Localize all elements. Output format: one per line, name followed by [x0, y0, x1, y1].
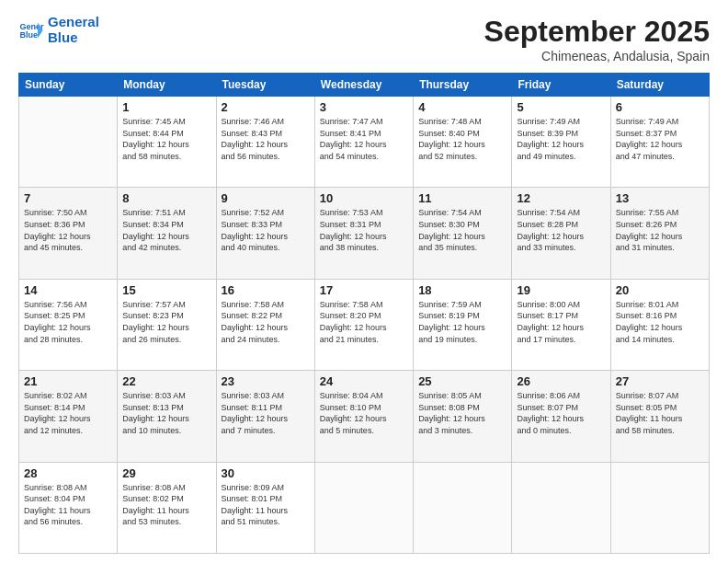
title-block: September 2025 Chimeneas, Andalusia, Spa…	[484, 15, 710, 63]
calendar-cell: 7Sunrise: 7:50 AM Sunset: 8:36 PM Daylig…	[19, 188, 118, 279]
weekday-header-wednesday: Wednesday	[314, 74, 413, 97]
day-info: Sunrise: 8:00 AM Sunset: 8:17 PM Dayligh…	[517, 299, 605, 345]
day-info: Sunrise: 7:48 AM Sunset: 8:40 PM Dayligh…	[418, 116, 506, 162]
header: General Blue GeneralBlue September 2025 …	[18, 15, 710, 63]
calendar-cell: 8Sunrise: 7:51 AM Sunset: 8:34 PM Daylig…	[118, 188, 216, 279]
day-number: 26	[517, 374, 605, 388]
month-title: September 2025	[484, 15, 710, 49]
calendar-cell: 6Sunrise: 7:49 AM Sunset: 8:37 PM Daylig…	[610, 97, 709, 188]
day-number: 18	[418, 283, 506, 297]
day-info: Sunrise: 8:08 AM Sunset: 8:02 PM Dayligh…	[122, 482, 210, 528]
day-info: Sunrise: 7:56 AM Sunset: 8:25 PM Dayligh…	[24, 299, 112, 345]
calendar-table: SundayMondayTuesdayWednesdayThursdayFrid…	[18, 73, 710, 554]
day-number: 13	[616, 191, 704, 205]
calendar-cell: 20Sunrise: 8:01 AM Sunset: 8:16 PM Dayli…	[610, 279, 709, 370]
calendar-cell: 5Sunrise: 7:49 AM Sunset: 8:39 PM Daylig…	[512, 97, 610, 188]
day-number: 12	[517, 191, 605, 205]
calendar-cell: 27Sunrise: 8:07 AM Sunset: 8:05 PM Dayli…	[610, 371, 709, 462]
day-info: Sunrise: 7:53 AM Sunset: 8:31 PM Dayligh…	[320, 207, 408, 253]
calendar-cell: 16Sunrise: 7:58 AM Sunset: 8:22 PM Dayli…	[216, 279, 314, 370]
calendar-cell: 30Sunrise: 8:09 AM Sunset: 8:01 PM Dayli…	[216, 462, 314, 553]
calendar-cell: 22Sunrise: 8:03 AM Sunset: 8:13 PM Dayli…	[118, 371, 216, 462]
day-number: 3	[320, 100, 408, 114]
day-info: Sunrise: 8:06 AM Sunset: 8:07 PM Dayligh…	[517, 390, 605, 436]
calendar-cell: 29Sunrise: 8:08 AM Sunset: 8:02 PM Dayli…	[118, 462, 216, 553]
day-info: Sunrise: 7:58 AM Sunset: 8:22 PM Dayligh…	[222, 299, 310, 345]
day-number: 16	[222, 283, 310, 297]
day-info: Sunrise: 7:57 AM Sunset: 8:23 PM Dayligh…	[122, 299, 210, 345]
day-info: Sunrise: 7:46 AM Sunset: 8:43 PM Dayligh…	[222, 116, 310, 162]
day-number: 2	[222, 100, 310, 114]
calendar-cell: 25Sunrise: 8:05 AM Sunset: 8:08 PM Dayli…	[414, 371, 512, 462]
day-number: 17	[320, 283, 408, 297]
day-number: 4	[418, 100, 506, 114]
day-number: 1	[122, 100, 210, 114]
calendar-cell: 11Sunrise: 7:54 AM Sunset: 8:30 PM Dayli…	[414, 188, 512, 279]
weekday-header-sunday: Sunday	[19, 74, 118, 97]
calendar-cell: 23Sunrise: 8:03 AM Sunset: 8:11 PM Dayli…	[216, 371, 314, 462]
page: General Blue GeneralBlue September 2025 …	[0, 0, 728, 563]
weekday-header-thursday: Thursday	[414, 74, 512, 97]
day-info: Sunrise: 7:49 AM Sunset: 8:37 PM Dayligh…	[616, 116, 704, 162]
day-number: 20	[616, 283, 704, 297]
calendar-cell: 26Sunrise: 8:06 AM Sunset: 8:07 PM Dayli…	[512, 371, 610, 462]
day-number: 11	[418, 191, 506, 205]
day-info: Sunrise: 7:47 AM Sunset: 8:41 PM Dayligh…	[320, 116, 408, 162]
calendar-cell: 17Sunrise: 7:58 AM Sunset: 8:20 PM Dayli…	[314, 279, 413, 370]
calendar-cell	[610, 462, 709, 553]
day-number: 7	[24, 191, 112, 205]
weekday-header-monday: Monday	[118, 74, 216, 97]
day-info: Sunrise: 7:54 AM Sunset: 8:30 PM Dayligh…	[418, 207, 506, 253]
day-info: Sunrise: 7:50 AM Sunset: 8:36 PM Dayligh…	[24, 207, 112, 253]
day-number: 29	[122, 466, 210, 480]
calendar-cell: 14Sunrise: 7:56 AM Sunset: 8:25 PM Dayli…	[19, 279, 118, 370]
logo-text: GeneralBlue	[48, 15, 99, 45]
calendar-cell: 3Sunrise: 7:47 AM Sunset: 8:41 PM Daylig…	[314, 97, 413, 188]
day-number: 28	[24, 466, 112, 480]
weekday-header-saturday: Saturday	[610, 74, 709, 97]
day-info: Sunrise: 8:09 AM Sunset: 8:01 PM Dayligh…	[222, 482, 310, 528]
weekday-header-tuesday: Tuesday	[216, 74, 314, 97]
day-info: Sunrise: 8:05 AM Sunset: 8:08 PM Dayligh…	[418, 390, 506, 436]
day-info: Sunrise: 8:07 AM Sunset: 8:05 PM Dayligh…	[616, 390, 704, 436]
day-number: 5	[517, 100, 605, 114]
day-info: Sunrise: 8:08 AM Sunset: 8:04 PM Dayligh…	[24, 482, 112, 528]
logo: General Blue GeneralBlue	[18, 15, 99, 45]
day-number: 6	[616, 100, 704, 114]
day-info: Sunrise: 8:03 AM Sunset: 8:11 PM Dayligh…	[222, 390, 310, 436]
calendar-cell	[512, 462, 610, 553]
calendar-cell	[314, 462, 413, 553]
calendar-cell: 10Sunrise: 7:53 AM Sunset: 8:31 PM Dayli…	[314, 188, 413, 279]
calendar-cell: 2Sunrise: 7:46 AM Sunset: 8:43 PM Daylig…	[216, 97, 314, 188]
day-number: 19	[517, 283, 605, 297]
location: Chimeneas, Andalusia, Spain	[484, 49, 710, 63]
day-info: Sunrise: 7:45 AM Sunset: 8:44 PM Dayligh…	[122, 116, 210, 162]
day-number: 9	[222, 191, 310, 205]
calendar-cell: 9Sunrise: 7:52 AM Sunset: 8:33 PM Daylig…	[216, 188, 314, 279]
calendar-cell: 4Sunrise: 7:48 AM Sunset: 8:40 PM Daylig…	[414, 97, 512, 188]
calendar-cell	[414, 462, 512, 553]
weekday-header-friday: Friday	[512, 74, 610, 97]
logo-icon: General Blue	[18, 17, 44, 43]
day-number: 27	[616, 374, 704, 388]
day-number: 25	[418, 374, 506, 388]
day-info: Sunrise: 8:04 AM Sunset: 8:10 PM Dayligh…	[320, 390, 408, 436]
calendar-cell: 28Sunrise: 8:08 AM Sunset: 8:04 PM Dayli…	[19, 462, 118, 553]
day-info: Sunrise: 7:59 AM Sunset: 8:19 PM Dayligh…	[418, 299, 506, 345]
calendar-cell: 15Sunrise: 7:57 AM Sunset: 8:23 PM Dayli…	[118, 279, 216, 370]
day-number: 8	[122, 191, 210, 205]
day-info: Sunrise: 7:58 AM Sunset: 8:20 PM Dayligh…	[320, 299, 408, 345]
day-number: 14	[24, 283, 112, 297]
day-info: Sunrise: 8:02 AM Sunset: 8:14 PM Dayligh…	[24, 390, 112, 436]
calendar-cell: 18Sunrise: 7:59 AM Sunset: 8:19 PM Dayli…	[414, 279, 512, 370]
day-number: 22	[122, 374, 210, 388]
day-info: Sunrise: 7:49 AM Sunset: 8:39 PM Dayligh…	[517, 116, 605, 162]
day-number: 24	[320, 374, 408, 388]
day-number: 23	[222, 374, 310, 388]
day-info: Sunrise: 7:52 AM Sunset: 8:33 PM Dayligh…	[222, 207, 310, 253]
day-number: 21	[24, 374, 112, 388]
day-info: Sunrise: 7:51 AM Sunset: 8:34 PM Dayligh…	[122, 207, 210, 253]
day-info: Sunrise: 8:01 AM Sunset: 8:16 PM Dayligh…	[616, 299, 704, 345]
day-info: Sunrise: 7:55 AM Sunset: 8:26 PM Dayligh…	[616, 207, 704, 253]
calendar-cell: 24Sunrise: 8:04 AM Sunset: 8:10 PM Dayli…	[314, 371, 413, 462]
